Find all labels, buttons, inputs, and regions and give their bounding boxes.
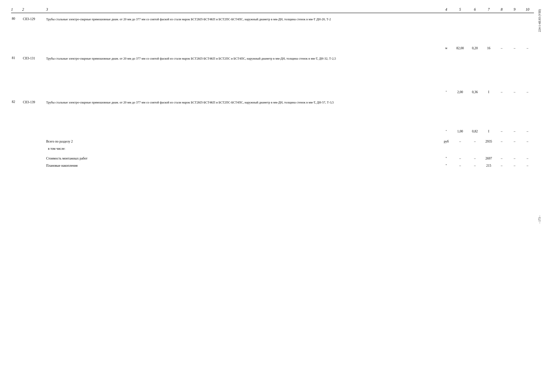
planovye-row: Плановые накопления " – – 215 – – – — [11, 163, 534, 168]
col9-header: 9 — [508, 7, 521, 12]
row-col6-82: 0,82 — [467, 100, 482, 134]
row-col7-82: I — [482, 100, 495, 134]
montazh-label: Стоимость монтажных работ — [44, 156, 440, 161]
col10-header: 10 — [521, 7, 534, 12]
col3-header: 3 — [44, 7, 440, 12]
table-row: 82 СII3-139 Трубы стальные электро-сварн… — [11, 100, 534, 134]
side-text-top: 224-1-4II.83 (VIII) — [538, 9, 541, 32]
total-col7: 2935 — [482, 139, 495, 144]
row-col6-81: 0,36 — [467, 56, 482, 94]
montazh-col8: – — [495, 156, 508, 161]
total-row: Всего по разделу 2 руб – – 2935 – – – — [11, 139, 534, 144]
col4-header: 4 — [440, 7, 453, 12]
montazh-empty1 — [11, 158, 22, 159]
row-unit-80: м — [440, 17, 453, 50]
montazh-unit: " — [440, 156, 453, 161]
col6-header: 6 — [467, 7, 482, 12]
total-col6: – — [467, 139, 482, 144]
total-label: Всего по разделу 2 — [44, 139, 440, 144]
row-col9-81: – — [508, 56, 521, 94]
montazh-col5: – — [453, 156, 467, 161]
montazh-col9: – — [508, 156, 521, 161]
montazh-row: Стоимость монтажных работ " – – 2697 – –… — [11, 156, 534, 161]
row-col9-80: – — [508, 17, 521, 50]
row-col8-82: – — [495, 100, 508, 134]
row-col7-81: I — [482, 56, 495, 94]
row-unit-81: " — [440, 56, 453, 94]
total-empty2 — [22, 141, 44, 142]
row-col5-80: 82,00 — [453, 17, 467, 50]
col8-header: 8 — [495, 7, 508, 12]
in-tom-row: в том числе: — [11, 146, 534, 154]
row-col8-80: – — [495, 17, 508, 50]
row-num-80: 80 — [11, 17, 22, 21]
row-num-81: 81 — [11, 56, 22, 60]
page-container: 1 2 3 4 5 6 7 8 9 10 80 СII3-129 Трубы с… — [11, 7, 534, 168]
total-empty1 — [11, 141, 22, 142]
montazh-empty2 — [22, 158, 44, 159]
col2-header: 2 — [22, 7, 44, 12]
row-col9-82: – — [508, 100, 521, 134]
in-tom-empty2 — [22, 150, 44, 151]
planovye-empty1 — [11, 165, 22, 166]
row-desc-82: Трубы стальные электро-сварные прямошовн… — [44, 100, 440, 105]
col5-header: 5 — [453, 7, 467, 12]
total-col5: – — [453, 139, 467, 144]
row-unit-82: " — [440, 100, 453, 133]
in-tom-empty1 — [11, 150, 22, 151]
row-code-81: СII3-131 — [22, 56, 44, 61]
col7-header: 7 — [482, 7, 495, 12]
planovye-col5: – — [453, 163, 467, 168]
row-col6-80: 0,20 — [467, 17, 482, 50]
row-col10-81: – — [521, 56, 534, 94]
total-unit: руб — [440, 139, 453, 144]
table-header: 1 2 3 4 5 6 7 8 9 10 — [11, 7, 534, 13]
planovye-col8: – — [495, 163, 508, 168]
table-row: 81 СII3-131 Трубы стальные электро-сварн… — [11, 56, 534, 94]
row-col7-80: 16 — [482, 17, 495, 50]
row-desc-81: Трубы стальные электро-сварные прямошовн… — [44, 56, 440, 61]
row-desc-80: Трубы стальные электро-сварные прямошовн… — [44, 17, 440, 22]
montazh-col10: – — [521, 156, 534, 161]
row-col10-80: – — [521, 17, 534, 50]
planovye-label: Плановые накопления — [44, 163, 440, 168]
col1-header: 1 — [11, 7, 22, 12]
planovye-col9: – — [508, 163, 521, 168]
total-col10: – — [521, 139, 534, 144]
row-col5-81: 2,00 — [453, 56, 467, 94]
planovye-col10: – — [521, 163, 534, 168]
row-col8-81: – — [495, 56, 508, 94]
row-col10-82: – — [521, 100, 534, 134]
planovye-col6: – — [467, 163, 482, 168]
row-col5-82: 1,00 — [453, 100, 467, 134]
side-text-bottom: - 173 - — [538, 216, 541, 223]
total-col9: – — [508, 139, 521, 144]
table-row: 80 СII3-129 Трубы стальные электро-сварн… — [11, 17, 534, 50]
montazh-col6: – — [467, 156, 482, 161]
row-code-82: СII3-139 — [22, 100, 44, 105]
row-num-82: 82 — [11, 100, 22, 104]
total-col8: – — [495, 139, 508, 144]
in-tom-label: в том числе: — [46, 146, 440, 151]
summary-section: Всего по разделу 2 руб – – 2935 – – – в … — [11, 139, 534, 168]
row-code-80: СII3-129 — [22, 17, 44, 21]
planovye-empty2 — [22, 165, 44, 166]
planovye-col7: 215 — [482, 163, 495, 168]
planovye-unit: " — [440, 163, 453, 168]
montazh-col7: 2697 — [482, 156, 495, 161]
